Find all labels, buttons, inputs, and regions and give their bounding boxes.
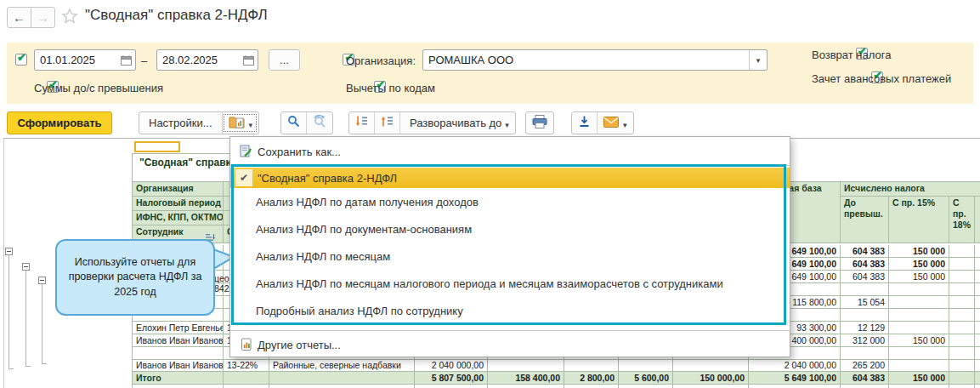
period-more-button[interactable]: ...: [269, 49, 300, 71]
report-total-cell: 158 400,00: [488, 372, 564, 385]
report-cell: [975, 334, 980, 347]
settings-group: Настройки...: [139, 111, 259, 134]
report-cell: [841, 347, 889, 360]
save-file-button[interactable]: [572, 112, 597, 134]
export-group: [571, 111, 634, 134]
report-cell: [975, 271, 980, 283]
callout-text: Используйте отчеты для проверки расчета …: [65, 255, 205, 300]
menu-item-variant[interactable]: Анализ НДФЛ по документам-основаниям: [256, 215, 783, 242]
report-cell: [488, 385, 564, 388]
report-header-sub: С пр. 18%: [949, 197, 975, 243]
report-cell: [949, 245, 975, 258]
favorite-star-icon[interactable]: [61, 8, 78, 28]
report-variant-icon: [229, 115, 246, 132]
menu-item-variant[interactable]: Анализ НДФЛ по месяцам налогового период…: [256, 270, 783, 297]
settings-button[interactable]: Настройки...: [139, 112, 222, 134]
expand-groups-icon-button[interactable]: [374, 112, 399, 134]
report-cell: [949, 258, 975, 271]
menu-item-variant[interactable]: Подробный анализ НДФЛ по сотруднику: [256, 297, 783, 324]
search-icon: [287, 115, 300, 131]
menu-item-selected-variant[interactable]: "Сводная" справка 2-НДФЛ: [230, 168, 790, 188]
report-cell: [949, 309, 975, 322]
organization-combo[interactable]: [422, 49, 768, 71]
print-button[interactable]: [526, 112, 553, 134]
tree-collapse-toggle[interactable]: [38, 277, 46, 284]
report-cell: [673, 385, 749, 388]
menu-item-variant[interactable]: Анализ НДФЛ по датам получения доходов: [256, 188, 783, 215]
period-checkbox[interactable]: [15, 54, 27, 66]
period-to-input[interactable]: [157, 54, 239, 66]
report-header-sub: [975, 197, 980, 243]
report-cell: [975, 245, 980, 258]
other-reports-icon: [235, 338, 256, 351]
report-header-label: ИФНС, КПП, ОКТМО: [133, 211, 224, 225]
report-cell: [619, 359, 673, 372]
search-group: [280, 111, 333, 134]
report-total-cell: 150 000,00: [673, 372, 749, 385]
period-to-field[interactable]: [156, 49, 258, 71]
report-cell: 265 200: [841, 359, 889, 372]
report-cell: [975, 322, 980, 334]
selected-cell-marker[interactable]: [134, 141, 180, 152]
report-cell: [619, 385, 673, 388]
report-cell: [949, 322, 975, 334]
report-cell: [975, 283, 980, 296]
menu-item-variant[interactable]: Анализ НДФЛ по месяцам: [256, 242, 783, 270]
report-cell: [415, 385, 488, 388]
calendar-icon[interactable]: [116, 54, 135, 66]
back-arrow-icon: ←: [13, 10, 25, 25]
search-next-icon: [313, 115, 326, 131]
period-from-field[interactable]: [34, 49, 136, 71]
organization-label: Организация:: [346, 54, 416, 67]
tree-collapse-toggle[interactable]: [5, 248, 13, 255]
report-cell: 604 383: [841, 271, 889, 283]
menu-item-save-as[interactable]: Сохранить как...: [230, 140, 790, 163]
report-cell: [889, 309, 949, 322]
report-cell: Районные, северные надбавки: [269, 359, 415, 372]
period-from-input[interactable]: [35, 54, 116, 66]
report-cell: [975, 347, 980, 360]
generate-button[interactable]: Сформировать: [7, 111, 112, 134]
collapse-groups-button[interactable]: [349, 112, 374, 134]
report-cell: [269, 385, 415, 388]
save-as-icon: [235, 145, 256, 158]
back-button[interactable]: ←: [7, 7, 31, 28]
report-cell: [224, 385, 269, 388]
download-icon: [578, 115, 591, 131]
table-fragment: цео: [214, 273, 229, 283]
search-button[interactable]: [281, 112, 306, 134]
report-cell: 2 040 000,00: [415, 359, 488, 372]
sums-label: Суммы до/с превышения: [34, 82, 163, 94]
report-variant-button[interactable]: [222, 112, 259, 134]
report-total-cell: 5 649 100,00: [749, 372, 841, 385]
forward-button[interactable]: →: [31, 7, 55, 28]
report-header-sub: До превыш.: [841, 197, 889, 243]
period-dash: –: [141, 54, 147, 67]
nav-buttons: ← →: [7, 7, 55, 28]
report-cell: 15 054: [841, 296, 889, 309]
expand-to-button[interactable]: Разворачивать до: [399, 112, 515, 134]
chevron-down-icon[interactable]: [749, 50, 767, 70]
calendar-icon[interactable]: [239, 54, 258, 66]
report-cell: [889, 359, 949, 372]
report-total-cell: 5 807 500,00: [415, 372, 488, 385]
report-cell: [975, 296, 980, 309]
report-total-cell: 604 383: [841, 372, 889, 385]
report-cell: [949, 283, 975, 296]
tree-collapse-toggle[interactable]: [22, 263, 30, 271]
send-email-button[interactable]: [597, 112, 633, 134]
print-group: [525, 111, 554, 134]
report-cell: Иванов Иван Иванович: [133, 359, 224, 372]
menu-item-other-reports[interactable]: Другие отчеты...: [230, 334, 790, 356]
report-cell: Елохин Петр Евгеньевич: [133, 322, 224, 334]
report-total-cell: [975, 372, 980, 385]
report-cell: 150 000: [889, 258, 949, 271]
report-cell: [564, 385, 619, 388]
report-cell: [949, 359, 975, 372]
organization-input[interactable]: [423, 54, 749, 66]
report-cell: 150 000: [889, 271, 949, 283]
search-next-button[interactable]: [306, 112, 332, 134]
report-cell: [889, 283, 949, 296]
report-header-label: Организация: [133, 182, 224, 197]
envelope-icon: [603, 116, 619, 131]
